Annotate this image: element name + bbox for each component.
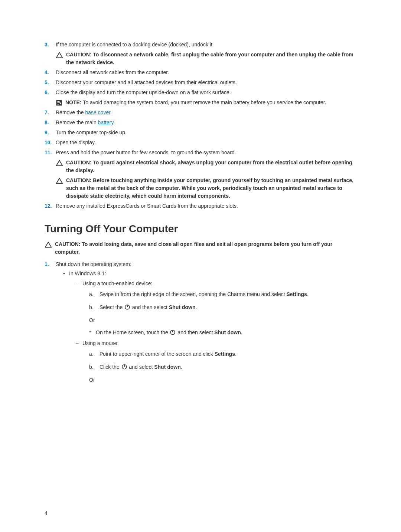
power-icon (121, 363, 128, 370)
touch-label: Using a touch-enabled device: (82, 280, 152, 286)
step-3: If the computer is connected to a dockin… (45, 41, 356, 66)
step-7: Remove the base cover. (45, 109, 356, 116)
or-text-2: Or (89, 376, 356, 384)
mouse-b-pre: Click the (100, 364, 121, 370)
step-6-text: Close the display and turn the computer … (56, 89, 231, 95)
heading-caution: CAUTION: To avoid losing data, save and … (45, 240, 356, 256)
step-7-post: . (110, 109, 112, 115)
note-icon (56, 99, 62, 106)
mouse-step-b: Click the and select Shut down. (89, 363, 356, 371)
mouse-a-text: Point to upper-right corner of the scree… (100, 351, 215, 357)
step-11-text: Press and hold the power button for few … (56, 150, 236, 155)
touch-a-text: Swipe in from the right edge of the scre… (100, 291, 287, 297)
base-cover-link[interactable]: base cover (85, 109, 110, 115)
step-11: Press and hold the power button for few … (45, 149, 356, 200)
step-8: Remove the main battery. (45, 119, 356, 127)
settings-bold-2: Settings (215, 351, 235, 357)
step-3-caution: CAUTION: To disconnect a network cable, … (56, 51, 356, 66)
step-9: Turn the computer top-side up. (45, 129, 356, 137)
step-10: Open the display. (45, 139, 356, 147)
step-12-text: Remove any installed ExpressCards or Sma… (56, 203, 238, 209)
mouse-step-a: Point to upper-right corner of the scree… (89, 350, 356, 358)
shut-down-bold-2: Shut down (214, 329, 241, 335)
step-11-caution-1: CAUTION: To guard against electrical sho… (56, 159, 356, 174)
step-5-text: Disconnect your computer and all attache… (56, 79, 237, 85)
caution-icon (45, 241, 52, 249)
caution-icon (56, 52, 63, 59)
step-6-note-text: NOTE: To avoid damaging the system board… (65, 99, 356, 106)
note-body: To avoid damaging the system board, you … (83, 99, 326, 105)
windows-item: In Windows 8.1: Using a touch-enabled de… (63, 270, 356, 384)
touch-star-mid: and then select (176, 329, 214, 335)
shut-down-bold-3: Shut down (154, 364, 181, 370)
step-3-caution-text: CAUTION: To disconnect a network cable, … (66, 51, 356, 66)
mouse-b-mid: and select (128, 364, 154, 370)
step-3-text: If the computer is connected to a dockin… (56, 42, 214, 47)
step-9-text: Turn the computer top-side up. (56, 129, 127, 135)
power-icon (124, 303, 131, 310)
section-heading: Turning Off Your Computer (45, 221, 356, 237)
or-text-1: Or (89, 316, 356, 324)
note-label: NOTE: (65, 99, 82, 105)
step-7-pre: Remove the (56, 109, 85, 115)
caution-icon (56, 177, 63, 185)
touch-device-item: Using a touch-enabled device: Swipe in f… (76, 280, 356, 336)
step-11-caution-2-text: CAUTION: Before touching anything inside… (66, 177, 356, 200)
step-6-note: NOTE: To avoid damaging the system board… (56, 99, 356, 106)
touch-star-pre: On the Home screen, touch the (96, 329, 169, 335)
battery-link[interactable]: battery (98, 119, 114, 125)
touch-b-pre: Select the (100, 304, 124, 310)
shut-down-bold: Shut down (169, 304, 196, 310)
step-8-post: . (113, 119, 115, 125)
page-number: 4 (45, 509, 48, 517)
step-8-pre: Remove the main (56, 119, 98, 125)
shutdown-step-1-text: Shut down the operating system: (56, 261, 131, 267)
touch-b-mid: and then select (131, 304, 169, 310)
step-5: Disconnect your computer and all attache… (45, 79, 356, 86)
step-12: Remove any installed ExpressCards or Sma… (45, 202, 356, 210)
touch-step-a: Swipe in from the right edge of the scre… (89, 290, 356, 298)
caution-icon (56, 160, 63, 167)
step-11-caution-2: CAUTION: Before touching anything inside… (56, 177, 356, 200)
step-10-text: Open the display. (56, 139, 96, 145)
shutdown-step-1: Shut down the operating system: In Windo… (45, 260, 356, 384)
windows-label: In Windows 8.1: (69, 270, 106, 276)
mouse-item: Using a mouse: Point to upper-right corn… (76, 339, 356, 384)
step-4: Disconnect all network cables from the c… (45, 69, 356, 76)
step-11-caution-1-text: CAUTION: To guard against electrical sho… (66, 159, 356, 174)
touch-star-item: On the Home screen, touch the and then s… (89, 329, 356, 336)
settings-bold: Settings (287, 291, 307, 297)
step-4-text: Disconnect all network cables from the c… (56, 69, 169, 75)
mouse-label: Using a mouse: (82, 340, 118, 346)
power-icon (169, 329, 176, 335)
touch-step-b: Select the and then select Shut down. (89, 303, 356, 311)
heading-caution-text: CAUTION: To avoid losing data, save and … (55, 240, 356, 256)
step-6: Close the display and turn the computer … (45, 89, 356, 106)
